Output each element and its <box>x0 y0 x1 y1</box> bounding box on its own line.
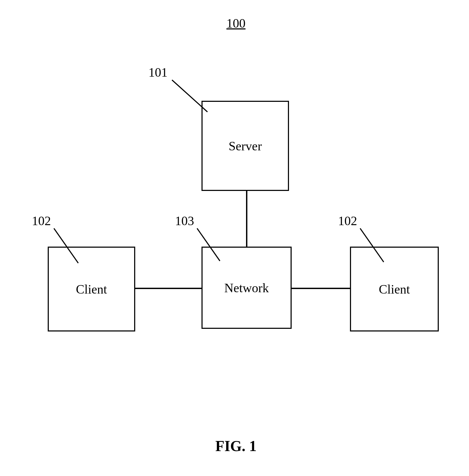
connector-server-network <box>246 191 247 247</box>
connector-clientleft-network <box>135 288 201 289</box>
network-label: Network <box>224 281 269 295</box>
lead-line-101 <box>172 80 208 112</box>
server-label: Server <box>229 139 262 153</box>
diagram-canvas: 100 Server Network Client Client 101 103… <box>0 0 469 476</box>
ref-label-103: 103 <box>175 213 194 228</box>
ref-label-101: 101 <box>148 65 168 80</box>
server-node: Server <box>201 101 289 191</box>
client-right-label: Client <box>379 282 410 296</box>
client-left-node: Client <box>48 247 135 331</box>
ref-label-102-left: 102 <box>32 213 51 228</box>
ref-label-102-right: 102 <box>338 213 357 228</box>
client-left-label: Client <box>76 282 107 296</box>
network-node: Network <box>201 247 292 329</box>
connector-network-clientright <box>292 288 350 289</box>
figure-number: 100 <box>223 16 249 30</box>
client-right-node: Client <box>350 247 439 331</box>
figure-caption: FIG. 1 <box>209 438 262 455</box>
